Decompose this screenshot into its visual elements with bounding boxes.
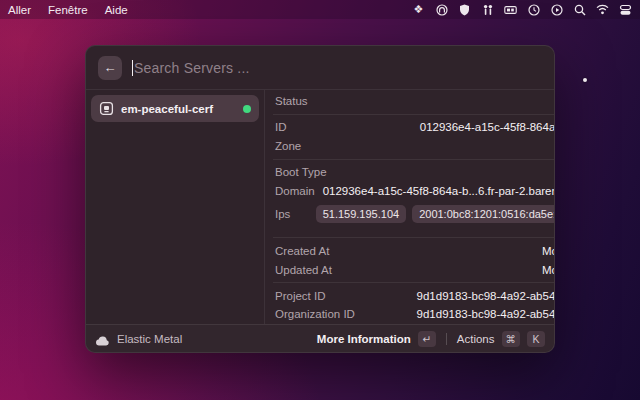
server-details: Status ready ID 012936e4-a15c-45f8-864a-… [265, 90, 555, 324]
divider [273, 114, 555, 115]
detail-row-id: ID 012936e4-a15c-45f8-864a-b772dfa09376 [275, 118, 555, 137]
divider [273, 159, 555, 160]
zone-label: Zone [275, 140, 301, 152]
divider [273, 237, 555, 238]
footer-divider [446, 333, 447, 345]
boot-type-label: Boot Type [275, 166, 327, 178]
detail-row-organization-id: Organization ID 9d1d9183-bc98-4a92-ab54-… [275, 305, 555, 324]
server-name: em-peaceful-cerf [121, 103, 236, 115]
launcher-window: ← Search Servers ... em-peaceful-cerf St… [85, 45, 555, 353]
server-status-dot [243, 105, 251, 113]
detail-row-project-id: Project ID 9d1d9183-bc98-4a92-ab54-be5ef… [275, 286, 555, 305]
menu-aide[interactable]: Aide [105, 4, 128, 16]
wifi-icon[interactable] [596, 3, 609, 16]
domain-label: Domain [275, 185, 315, 197]
command-key-icon: ⌘ [502, 331, 521, 347]
updated-at-label: Updated At [275, 264, 332, 276]
id-label: ID [275, 121, 287, 133]
ips-label: Ips [275, 208, 290, 220]
actions-button[interactable]: Actions [457, 333, 495, 345]
detail-row-status: Status ready [275, 92, 555, 111]
elastic-metal-logo-icon [95, 333, 110, 345]
peripherals-icon[interactable] [481, 3, 494, 16]
menubar-menus: Aller Fenêtre Aide [8, 4, 128, 16]
privacy-mask-icon[interactable] [435, 3, 448, 16]
server-list-item[interactable]: em-peaceful-cerf [91, 95, 259, 122]
search-input[interactable]: Search Servers ... [132, 60, 542, 76]
server-list: em-peaceful-cerf [86, 90, 265, 324]
ipv4-chip[interactable]: 51.159.195.104 [316, 205, 406, 223]
mouse-cursor [583, 78, 587, 82]
k-key-icon: K [527, 331, 545, 347]
keyboard-card-icon[interactable] [504, 3, 517, 16]
return-key-icon: ↵ [418, 331, 436, 347]
project-id-label: Project ID [275, 290, 326, 302]
detail-row-created-at: Created At Mon Dec 26 2022 [275, 241, 555, 260]
search-placeholder: Search Servers ... [134, 60, 250, 76]
more-information-button[interactable]: More Information [317, 333, 411, 345]
menubar-tray: ❖ [412, 3, 632, 16]
created-at-label: Created At [275, 245, 329, 257]
app-label: Elastic Metal [117, 333, 182, 345]
search-header: ← Search Servers ... [86, 46, 554, 90]
back-button[interactable]: ← [98, 56, 122, 80]
detail-row-domain: Domain 012936e4-a15c-45f8-864a-b...6.fr-… [275, 182, 555, 201]
screen-record-icon[interactable] [550, 3, 563, 16]
detail-row-ips: Ips 51.159.195.104 2001:0bc8:1201:0516:d… [275, 201, 555, 228]
detail-row-zone: Zone fr-par-2 [275, 137, 555, 156]
ip-chip-list: 51.159.195.104 2001:0bc8:1201:0516:da5e:… [316, 205, 555, 223]
launcher-icon[interactable]: ❖ [412, 3, 425, 16]
search-icon[interactable] [573, 3, 586, 16]
organization-id-value: 9d1d9183-bc98-4a92-ab54-be5ef9ada957 [417, 308, 555, 320]
domain-value: 012936e4-a15c-45f8-864a-b...6.fr-par-2.b… [323, 185, 555, 197]
menu-aller[interactable]: Aller [8, 4, 31, 16]
text-caret [132, 60, 133, 76]
divider [273, 282, 555, 283]
detail-row-boot-type: Boot Type normal [275, 163, 555, 182]
organization-id-label: Organization ID [275, 308, 355, 320]
menu-fenetre[interactable]: Fenêtre [48, 4, 88, 16]
clock-icon[interactable] [527, 3, 540, 16]
server-icon [99, 101, 114, 116]
detail-row-updated-at: Updated At Mon Dec 26 2022 [275, 260, 555, 279]
menubar: Aller Fenêtre Aide ❖ [0, 0, 640, 19]
ipv6-chip[interactable]: 2001:0bc8:1201:0516:da5e:d3ff:fe6c:75bb [412, 205, 555, 223]
id-value: 012936e4-a15c-45f8-864a-b772dfa09376 [420, 121, 555, 133]
window-footer: Elastic Metal More Information ↵ Actions… [86, 324, 554, 352]
project-id-value: 9d1d9183-bc98-4a92-ab54-be5ef9ada957 [417, 290, 555, 302]
shield-icon[interactable] [458, 3, 471, 16]
updated-at-value: Mon Dec 26 2022 [542, 264, 555, 276]
status-label: Status [275, 95, 308, 107]
created-at-value: Mon Dec 26 2022 [542, 245, 555, 257]
account-stack-icon[interactable] [619, 3, 632, 16]
